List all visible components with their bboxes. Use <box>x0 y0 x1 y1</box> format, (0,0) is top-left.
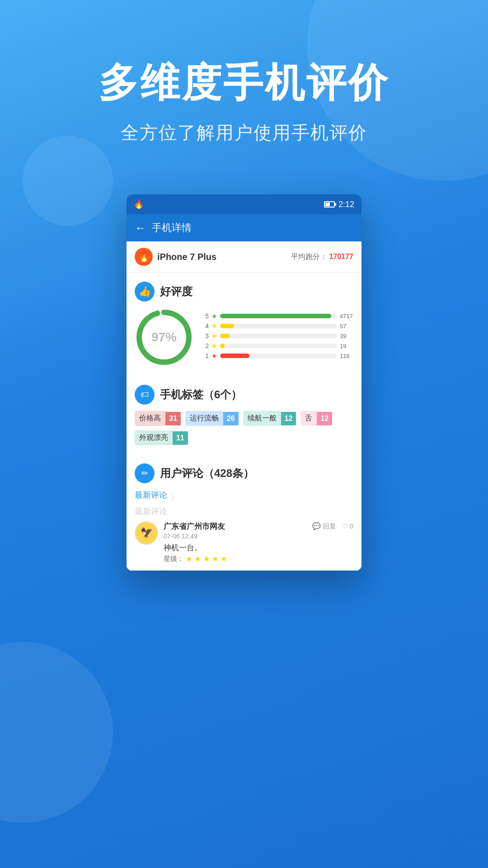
rating-bars: 5 ★ 4717 4 ★ 57 <box>202 312 353 362</box>
bar-track-1 <box>220 354 337 358</box>
bar-track-3 <box>220 334 337 338</box>
star-1: ★ <box>186 555 192 562</box>
comment-body: 广东省广州市网友 💬 回复 ♡ 0 07-06 12:49 神机一台。 星级： … <box>164 521 353 563</box>
bar-row-1: 1 ★ 116 <box>202 352 353 359</box>
device-score-container: 平均跑分： 170177 <box>291 252 353 262</box>
tag-xuhang[interactable]: 续航一般 12 <box>243 411 296 426</box>
reply-button[interactable]: 💬 回复 <box>312 522 336 531</box>
device-logo-icon: 🔥 <box>135 248 153 266</box>
rating-section: 👍 好评度 97% 5 ★ <box>127 274 361 374</box>
device-name: iPhone 7 Plus <box>157 252 216 262</box>
rating-icon: 👍 <box>135 282 155 302</box>
stars-label: 星级： <box>164 555 184 562</box>
status-bar-right: 2:12 <box>324 200 354 209</box>
bar-track-5 <box>220 314 337 318</box>
tag-yunxing[interactable]: 运行流畅 26 <box>185 411 239 426</box>
back-button[interactable]: ← <box>135 221 146 235</box>
comments-icon: ✏ <box>135 463 155 483</box>
tags-container: 价格高 31 运行流畅 26 续航一般 12 舌 12 外观漂亮 11 <box>135 411 353 445</box>
comment-user: 广东省广州市网友 <box>164 521 225 532</box>
rating-percent: 97% <box>151 330 177 344</box>
comment-time: 07-06 12:49 <box>164 533 353 540</box>
status-bar-app-icon: 🔥 <box>134 199 144 209</box>
phone-mockup: 🔥 2:12 ← 手机详情 🔥 iPhone 7 Plus <box>127 194 361 571</box>
like-button[interactable]: ♡ 0 <box>342 522 353 531</box>
bar-track-2 <box>220 344 337 348</box>
status-bar: 🔥 2:12 <box>127 194 361 214</box>
star-5: ★ <box>221 555 227 562</box>
star-icon-1: ★ <box>211 352 217 359</box>
tag-jiage[interactable]: 价格高 31 <box>135 411 181 426</box>
tag-waiguan[interactable]: 外观漂亮 11 <box>135 430 188 445</box>
latest-label[interactable]: 最新评论 <box>135 490 167 500</box>
comment-item: 🦅 广东省广州市网友 💬 回复 ♡ 0 07-06 12:49 神机一台。 星级… <box>135 521 353 563</box>
tags-section-header: 🏷 手机标签（6个） <box>135 385 353 405</box>
comment-stars: 星级： ★ ★ ★ ★ ★ <box>164 555 353 563</box>
comments-section: ✏ 用户评论（428条） 最新评论 ） 最新评论 🦅 广东省广州市网友 💬 回复… <box>127 456 361 571</box>
star-icon-2: ★ <box>211 342 217 349</box>
star-2: ★ <box>194 555 201 562</box>
bar-fill-2 <box>220 344 225 348</box>
star-icon-5: ★ <box>211 312 217 320</box>
bar-row-5: 5 ★ 4717 <box>202 312 353 320</box>
close-paren: ） <box>171 492 179 503</box>
star-icon-4: ★ <box>211 322 217 330</box>
rating-circle: 97% <box>135 308 193 367</box>
rating-section-header: 👍 好评度 <box>135 282 353 302</box>
tags-title: 手机标签（6个） <box>160 387 242 402</box>
svg-text:🔥: 🔥 <box>138 250 150 263</box>
bar-row-3: 3 ★ 39 <box>202 332 353 340</box>
tags-section: 🏷 手机标签（6个） 价格高 31 运行流畅 26 续航一般 12 舌 <box>127 377 361 453</box>
avatar: 🦅 <box>135 521 158 545</box>
ghost-latest-label: 最新评论 <box>135 506 353 517</box>
device-header: 🔥 iPhone 7 Plus 平均跑分： 170177 <box>127 241 361 273</box>
comments-title: 用户评论（428条） <box>160 466 254 481</box>
latest-label-row: 最新评论 ） <box>135 490 353 506</box>
star-3: ★ <box>203 555 210 562</box>
rating-content: 97% 5 ★ 4717 4 ★ <box>135 308 353 367</box>
comment-header: 广东省广州市网友 💬 回复 ♡ 0 <box>164 521 353 532</box>
star-icon-3: ★ <box>211 332 217 340</box>
comment-actions: 💬 回复 ♡ 0 <box>312 522 353 531</box>
bar-row-2: 2 ★ 19 <box>202 342 353 349</box>
status-time: 2:12 <box>338 200 354 209</box>
comment-text: 神机一台。 <box>164 542 353 553</box>
device-info: 🔥 iPhone 7 Plus <box>135 248 216 266</box>
bar-fill-5 <box>220 314 331 318</box>
tags-icon: 🏷 <box>135 385 155 405</box>
device-score-label: 平均跑分： <box>291 253 327 260</box>
device-score-value: 170177 <box>329 253 353 260</box>
bar-row-4: 4 ★ 57 <box>202 322 353 330</box>
nav-title: 手机详情 <box>152 221 192 235</box>
star-4: ★ <box>212 555 219 562</box>
phone-screen: 🔥 2:12 ← 手机详情 🔥 iPhone 7 Plus <box>127 194 361 571</box>
comments-section-header: ✏ 用户评论（428条） <box>135 463 353 483</box>
battery-icon <box>324 201 335 208</box>
bar-fill-4 <box>220 324 234 328</box>
nav-bar: ← 手机详情 <box>127 214 361 241</box>
tag-she[interactable]: 舌 12 <box>300 411 332 426</box>
bar-fill-1 <box>220 354 249 358</box>
rating-title: 好评度 <box>160 284 192 299</box>
bar-fill-3 <box>220 334 230 338</box>
bar-track-4 <box>220 324 337 328</box>
